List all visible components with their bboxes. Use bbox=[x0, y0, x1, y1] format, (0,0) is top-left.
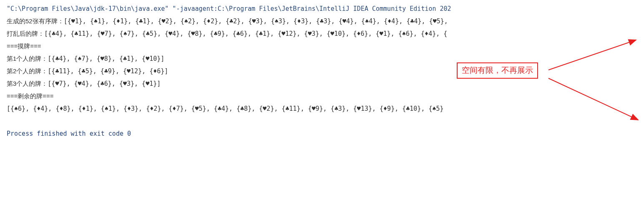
annotation-arrows bbox=[455, 32, 644, 137]
shuffled-prefix: 打乱后的牌： bbox=[7, 30, 44, 37]
arrow-up bbox=[548, 40, 636, 70]
player3-cards: [{♥7}, {♥4}, {♣6}, {♥3}, {♥1}] bbox=[48, 80, 161, 87]
player2-prefix: 第2个人的牌： bbox=[7, 67, 48, 75]
shuffled-cards: [{♣4}, {♣11}, {♥7}, {♠7}, {♣5}, {♥4}, {♥… bbox=[44, 30, 447, 37]
ordered-cards-line: 生成的52张有序牌：[{♥1}, {♠1}, {♦1}, {♣1}, {♥2},… bbox=[7, 15, 641, 27]
ordered-prefix: 生成的52张有序牌： bbox=[7, 17, 64, 25]
annotation-callout: 空间有限，不再展示 bbox=[457, 62, 538, 79]
player3-prefix: 第3个人的牌： bbox=[7, 80, 48, 87]
command-line: "C:\Program Files\Java\jdk-17\bin\java.e… bbox=[7, 2, 641, 15]
player1-prefix: 第1个人的牌： bbox=[7, 55, 48, 62]
player2-cards: [{♣11}, {♣5}, {♣9}, {♥12}, {♦6}] bbox=[48, 67, 168, 75]
ordered-cards: [{♥1}, {♠1}, {♦1}, {♣1}, {♥2}, {♠2}, {♦2… bbox=[64, 17, 448, 25]
player1-cards: [{♣4}, {♠7}, {♥8}, {♣1}, {♥10}] bbox=[48, 55, 164, 62]
arrow-down bbox=[548, 78, 638, 120]
